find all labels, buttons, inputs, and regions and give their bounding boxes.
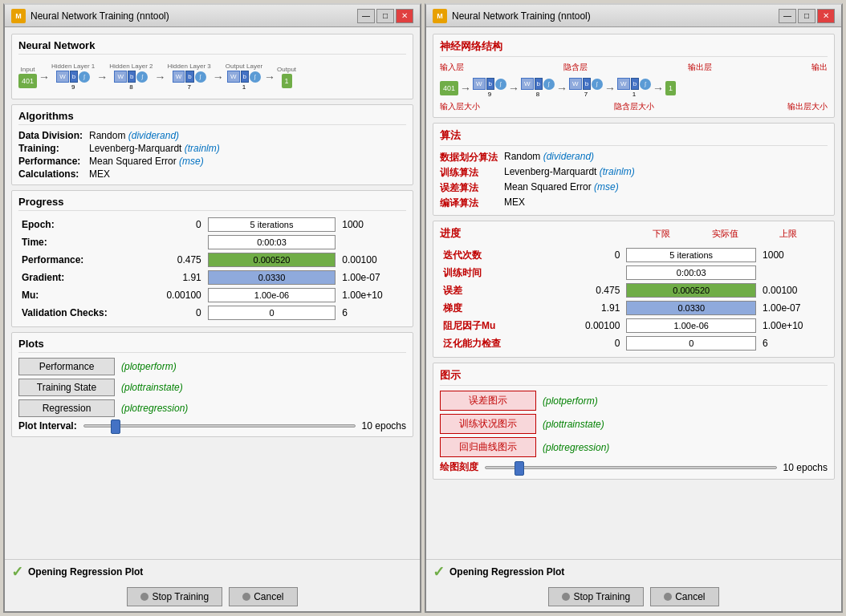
neural-network-section: Neural Network Input 401 → Hidden Layer … [11, 34, 413, 99]
right-progress-row-mu: 阻尼因子Mu 0.00100 1.00e-06 1.00e+10 [440, 317, 828, 334]
right-performance-label: 误差算法 [440, 181, 498, 195]
right-status-check-icon: ✓ [433, 563, 445, 581]
output-layer-label: Output Layer [226, 63, 262, 70]
val-checks-max: 6 [339, 304, 406, 322]
right-plot-interval-slider[interactable] [485, 466, 777, 469]
epoch-bar-container: 5 iterations [208, 217, 336, 232]
right-time-min [565, 264, 624, 282]
epoch-label: Epoch: [18, 216, 147, 233]
input-label: Input [21, 66, 35, 73]
output-group: Output 1 [277, 66, 296, 88]
regression-plot-button[interactable]: Regression [18, 399, 115, 417]
right-data-division-label: 数据划分算法 [440, 151, 498, 164]
data-division-label: Data Division: [18, 130, 83, 141]
mu-bar: 1.00e-06 [205, 286, 339, 304]
right-input-box: 401 [440, 81, 458, 95]
right-minimize-button[interactable]: — [779, 9, 796, 23]
algorithms-title: Algorithms [18, 110, 406, 125]
right-regression-plot-hint: (plotregression) [543, 442, 609, 453]
output-layer-size: 1 [242, 83, 246, 91]
training-state-plot-row: Training State (plottrainstate) [18, 379, 406, 396]
right-training-link: (trainlm) [600, 166, 635, 177]
right-performance-value: Mean Squared Error (mse) [504, 181, 828, 195]
right-mu-bar: 1.00e-06 [623, 317, 759, 334]
left-status-bar: ✓ Opening Regression Plot [5, 559, 420, 584]
time-min [147, 233, 205, 251]
right-grad-value: 0.0330 [677, 303, 705, 313]
left-title-bar: M Neural Network Training (nntool) — □ ✕ [5, 5, 420, 27]
progress-row-performance: Performance: 0.475 0.000520 0.00100 [18, 251, 406, 269]
epoch-value: 5 iterations [250, 220, 294, 229]
output-annotation: 输出 [811, 62, 828, 73]
performance-link: (mse) [179, 156, 204, 167]
right-cancel-label: Cancel [675, 591, 705, 602]
right-grad-min: 1.91 [565, 299, 624, 317]
epoch-max: 1000 [339, 216, 406, 233]
right-training-state-plot-button[interactable]: 训练状况图示 [440, 414, 536, 434]
perf-max: 0.00100 [339, 251, 406, 269]
hidden-layer-2: Hidden Layer 2 W b ∫ 8 [109, 63, 153, 91]
right-cancel-button[interactable]: Cancel [650, 587, 718, 606]
right-title-bar: M Neural Network Training (nntool) — □ ✕ [426, 5, 841, 27]
algorithms-section: Algorithms Data Division: Random (divide… [11, 104, 413, 185]
right-network-diagram: 401 → W b ∫ 9 → W b ∫ [440, 75, 828, 101]
epoch-bar: 5 iterations [205, 216, 339, 233]
performance-plot-button[interactable]: Performance [18, 358, 115, 375]
training-state-plot-button[interactable]: Training State [18, 379, 115, 396]
right-maximize-button[interactable]: □ [798, 9, 815, 23]
performance-value: Mean Squared Error (mse) [89, 156, 406, 167]
right-perf-label: 误差 [440, 282, 565, 299]
lower-limit-header: 下限 [630, 228, 670, 240]
grad-max: 1.00e-07 [339, 269, 406, 286]
right-algorithms-grid: 数据划分算法 Random (dividerand) 训练算法 Levenber… [440, 151, 828, 210]
hidden-size-annotation: 隐含层大小 [614, 101, 654, 112]
left-status-text: Opening Regression Plot [28, 566, 143, 578]
left-stop-training-button[interactable]: Stop Training [127, 587, 222, 606]
right-stop-training-button[interactable]: Stop Training [548, 587, 644, 606]
right-grad-bar-container: 0.0330 [626, 301, 756, 315]
val-checks-label: Validation Checks: [18, 304, 147, 322]
maximize-button[interactable]: □ [376, 9, 394, 23]
right-perf-max: 0.00100 [759, 282, 828, 299]
val-checks-min: 0 [147, 304, 205, 322]
calculations-label: Calculations: [18, 168, 83, 180]
right-grad-max: 1.00e-07 [759, 299, 828, 317]
right-slider-thumb[interactable] [515, 461, 524, 476]
data-division-link: (dividerand) [128, 130, 179, 141]
right-progress-row-gradient: 梯度 1.91 0.0330 1.00e-07 [440, 299, 828, 317]
right-performance-plot-button[interactable]: 误差图示 [440, 391, 536, 411]
output-box: 1 [282, 74, 292, 88]
right-mu-label: 阻尼因子Mu [440, 317, 565, 334]
plot-interval-slider[interactable] [83, 424, 356, 428]
left-window: M Neural Network Training (nntool) — □ ✕… [3, 3, 421, 613]
status-check-icon: ✓ [11, 563, 23, 581]
right-progress-table: 迭代次数 0 5 iterations 1000 训练时间 0:00:03 [440, 246, 828, 352]
time-bar: 0:00:03 [205, 233, 339, 251]
left-cancel-button[interactable]: Cancel [229, 587, 297, 606]
right-regression-plot-button[interactable]: 回归曲线图示 [440, 437, 536, 457]
progress-header-row: 进度 下限 实际值 上限 [440, 226, 828, 243]
right-title-buttons: — □ ✕ [779, 9, 835, 23]
left-window-title: Neural Network Training (nntool) [31, 10, 169, 22]
slider-thumb[interactable] [111, 419, 120, 434]
grad-label: Gradient: [18, 269, 147, 286]
cancel-label: Cancel [254, 591, 283, 602]
right-training-state-plot-hint: (plottrainstate) [543, 419, 604, 430]
perf-value: 0.000520 [254, 255, 291, 265]
right-perf-bar: 0.000520 [623, 282, 759, 299]
right-algorithms-title: 算法 [440, 128, 828, 146]
input-box: 401 [18, 74, 37, 88]
right-close-button[interactable]: ✕ [817, 9, 835, 23]
right-progress-section: 进度 下限 实际值 上限 迭代次数 0 5 iterations 1000 [433, 221, 835, 358]
nn-top-labels: 输入层 隐含层 输出层 输出 [440, 62, 828, 73]
grad-bar-container: 0.0330 [208, 270, 336, 285]
output-size-annotation: 输出层大小 [787, 101, 828, 112]
right-epoch-max: 1000 [759, 246, 828, 264]
regression-plot-row: Regression (plotregression) [18, 399, 406, 417]
right-status-bar: ✓ Opening Regression Plot [426, 559, 841, 584]
minimize-button[interactable]: — [357, 9, 375, 23]
hl2-label: Hidden Layer 2 [109, 63, 153, 70]
close-button[interactable]: ✕ [396, 9, 413, 23]
right-perf-min: 0.475 [565, 282, 624, 299]
regression-plot-hint: (plotregression) [121, 403, 188, 414]
